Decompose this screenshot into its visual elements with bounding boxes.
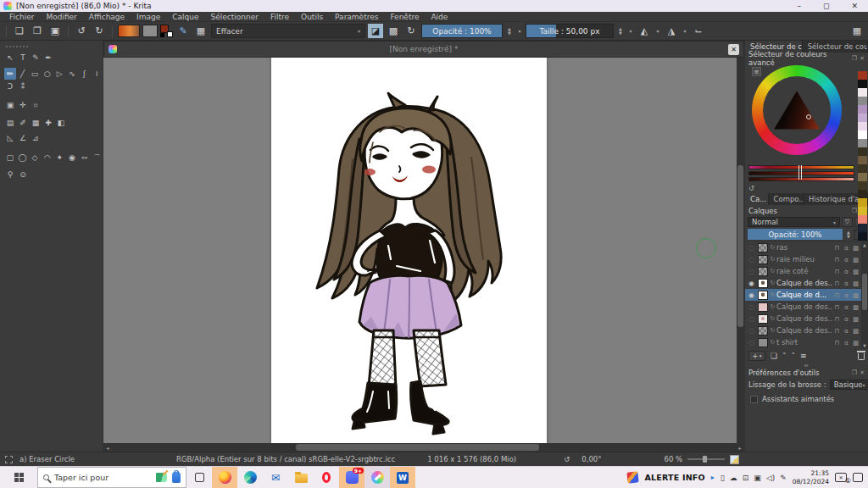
add-layer-button[interactable]: + ▾	[748, 351, 765, 361]
menu-fenêtre[interactable]: Fenêtre	[384, 12, 425, 22]
volume-icon[interactable]: ◁)	[766, 474, 775, 482]
rotate-canvas-icon[interactable]: ↺	[564, 455, 570, 463]
size-spinner[interactable]: ▲▼	[616, 27, 625, 36]
rect-select-tool[interactable]: ▢	[4, 152, 16, 164]
brush-presets-icon[interactable]: ✎	[175, 24, 191, 38]
zoom-slider[interactable]	[687, 458, 725, 460]
layer-hidden-icon[interactable]: ◌	[745, 303, 758, 311]
layer-alpha-lock-icon[interactable]: α	[842, 280, 851, 287]
float-docker-icon[interactable]: ❐	[852, 208, 857, 214]
line-tool[interactable]: ╱	[17, 68, 29, 80]
close-button[interactable]: ✕	[851, 2, 858, 10]
pen-icon[interactable]: ✎	[780, 474, 787, 482]
freehand-brush-tool[interactable]: ✏	[4, 68, 16, 80]
start-button[interactable]	[0, 467, 37, 488]
history-swatch[interactable]	[858, 232, 867, 241]
select-shapes-tool[interactable]: ↖	[4, 52, 16, 64]
layer-name[interactable]: t shirt	[776, 338, 832, 347]
selector-settings-icon[interactable]: ≡	[752, 67, 761, 76]
layer-row[interactable]: ◌↻ras⊓α▩	[745, 241, 868, 253]
undo-button[interactable]: ↺	[74, 24, 89, 38]
smoothing-dropdown[interactable]: Basique ▾	[830, 380, 868, 390]
scroll-right-icon[interactable]: ▸	[736, 445, 744, 451]
history-swatch[interactable]	[858, 207, 867, 215]
move-layer-up-button[interactable]: ˄	[792, 352, 796, 360]
ellipse-tool[interactable]: ○	[42, 68, 53, 80]
layer-opacity-slider[interactable]: Opacité: 100%	[748, 229, 843, 240]
layers-tab-1[interactable]: Compo...	[769, 193, 804, 205]
history-swatch[interactable]	[858, 122, 867, 130]
preserve-alpha-button[interactable]: ▩	[386, 24, 401, 38]
calligraphy-tool[interactable]: ✒	[42, 52, 54, 64]
history-swatch[interactable]	[858, 181, 867, 190]
canvas-page[interactable]	[271, 58, 547, 443]
layer-row[interactable]: ◌↻Calque de des...⊓α▩	[745, 301, 868, 313]
news-widget-label[interactable]: ALERTE INFO	[644, 473, 704, 482]
layer-inherit-alpha-icon[interactable]: ▩	[851, 244, 860, 252]
freehand-select-tool[interactable]: ◠	[42, 152, 53, 164]
history-swatch[interactable]	[858, 215, 867, 224]
color-sampler-tool[interactable]: ✐	[17, 117, 29, 129]
menu-affichage[interactable]: Affichage	[83, 12, 131, 22]
ellipse-select-tool[interactable]: ◯	[17, 152, 29, 164]
layer-lock-icon[interactable]: ⊓	[832, 291, 842, 299]
polygon-tool[interactable]: ▷	[54, 68, 66, 80]
screencast-icon[interactable]: ▣	[754, 474, 761, 482]
layer-filter-icon[interactable]: ▽	[842, 217, 853, 227]
history-swatch[interactable]	[858, 164, 867, 173]
selection-display-icon[interactable]	[5, 456, 13, 463]
new-document-button[interactable]: ❏	[12, 24, 27, 38]
history-swatch[interactable]	[858, 139, 867, 147]
contiguous-select-tool[interactable]: ✦	[54, 152, 66, 164]
float-docker-icon[interactable]: ❐	[852, 55, 857, 62]
layer-alpha-lock-icon[interactable]: α	[842, 303, 851, 311]
layer-hidden-icon[interactable]: ◌	[745, 244, 758, 252]
advanced-color-selector[interactable]: ≡	[745, 64, 868, 164]
pattern-tool[interactable]: ▦	[30, 117, 42, 129]
search-backpack-icon[interactable]	[172, 472, 181, 483]
color-sliders[interactable]	[748, 165, 854, 181]
layer-visible-icon[interactable]: ◉	[745, 291, 758, 299]
layer-name[interactable]: raie coté	[776, 267, 832, 275]
text-tool[interactable]: T	[17, 52, 29, 64]
layer-row[interactable]: ◉↻Calque de d...⊓α▩	[745, 289, 868, 301]
color-history-icon[interactable]: ↺	[748, 185, 754, 192]
layer-alpha-lock-icon[interactable]: α	[842, 327, 851, 335]
menu-fichier[interactable]: Fichier	[3, 12, 40, 22]
layer-alpha-lock-icon[interactable]: α	[842, 339, 851, 347]
multibrush-tool[interactable]: ⁑	[17, 80, 29, 92]
menu-paramètres[interactable]: Paramètres	[329, 12, 384, 22]
similar-select-tool[interactable]: ◉	[66, 152, 78, 164]
layer-row[interactable]: ◌↻Calque de des...⊓α▩	[745, 313, 868, 324]
history-swatch[interactable]	[858, 97, 867, 105]
history-swatch[interactable]	[858, 190, 867, 198]
taskbar-clock[interactable]: 21:35 08/12/2024	[793, 469, 829, 485]
layer-alpha-lock-icon[interactable]: α	[842, 268, 851, 275]
layer-inherit-alpha-icon[interactable]: ▩	[851, 327, 860, 335]
history-swatch[interactable]	[858, 71, 867, 80]
crop-tool[interactable]: ⌗	[30, 99, 42, 111]
history-swatch[interactable]	[858, 224, 867, 232]
layer-lock-icon[interactable]: ⊓	[832, 244, 842, 252]
scroll-left-icon[interactable]: ◂	[103, 445, 112, 451]
mirror-horizontal-button[interactable]: ◭	[637, 24, 652, 38]
layer-hidden-icon[interactable]: ◌	[745, 339, 758, 347]
layer-alpha-lock-icon[interactable]: α	[842, 244, 851, 252]
layer-inherit-alpha-icon[interactable]: ▩	[851, 339, 860, 347]
magnetic-select-tool[interactable]: ⌒	[91, 152, 103, 164]
news-widget-icon[interactable]	[627, 471, 639, 483]
layer-lock-icon[interactable]: ⊓	[832, 268, 842, 275]
duplicate-layer-button[interactable]: ❏	[771, 352, 777, 360]
freehand-path-tool[interactable]: ≀	[91, 68, 103, 80]
close-docker-icon[interactable]: ✕	[860, 55, 865, 62]
document-close-icon[interactable]: ✕	[728, 44, 739, 55]
pattern-preview[interactable]	[142, 25, 158, 37]
canvas-only-icon[interactable]	[730, 455, 739, 464]
layer-row[interactable]: ◌↻raie coté⊓α▩	[745, 265, 868, 277]
layer-name[interactable]: Calque de des...	[776, 302, 832, 311]
input-icon[interactable]: ⊡	[743, 474, 749, 482]
menu-filtre[interactable]: Filtre	[264, 12, 295, 22]
gradient-tool[interactable]: ▤	[4, 117, 16, 129]
layer-name[interactable]: Calque de des...	[776, 326, 832, 335]
menu-modifier[interactable]: Modifier	[40, 12, 82, 22]
